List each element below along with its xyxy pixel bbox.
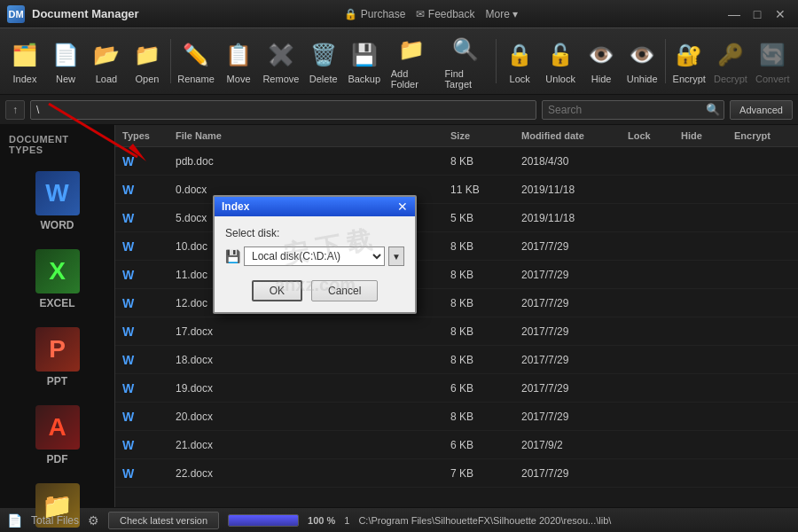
disk-select[interactable]: Local disk(C:\D:A\) (244, 246, 385, 266)
ok-button[interactable]: OK (252, 280, 302, 301)
dialog-select-row: 💾 Local disk(C:\D:A\) ▼ (225, 246, 404, 266)
dialog-close-button[interactable]: ✕ (397, 200, 408, 213)
dialog-body: Select disk: 💾 Local disk(C:\D:A\) ▼ OK … (215, 216, 415, 312)
select-disk-label: Select disk: (225, 227, 404, 239)
dialog-titlebar: Index ✕ (215, 197, 415, 216)
dialog-overlay: Index ✕ Select disk: 💾 Local disk(C:\D:A… (0, 0, 798, 532)
index-dialog: Index ✕ Select disk: 💾 Local disk(C:\D:A… (213, 195, 417, 314)
dialog-buttons: OK Cancel (225, 280, 404, 301)
dialog-title: Index (222, 200, 249, 213)
cancel-button[interactable]: Cancel (311, 280, 378, 301)
disk-icon: 💾 (225, 249, 240, 263)
select-arrow[interactable]: ▼ (388, 246, 404, 266)
